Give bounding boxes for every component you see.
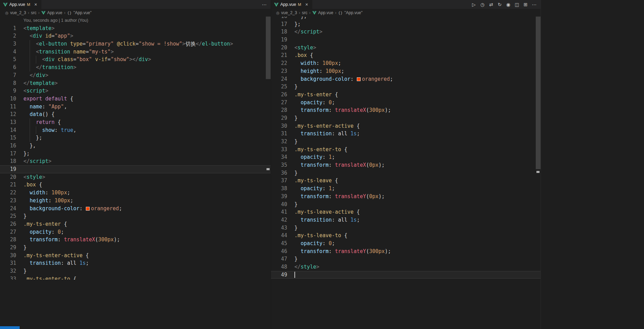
code-line[interactable]: 47} [271,255,541,263]
code-line[interactable]: 18</script> [271,28,541,36]
line-number[interactable]: 34 [271,153,287,161]
line-number[interactable]: 35 [271,161,287,169]
line-number[interactable]: 28 [271,106,287,114]
code-line[interactable]: 3 <el-button type="primary" @click="show… [0,40,271,48]
code-line[interactable]: 43} [271,224,541,232]
line-number[interactable]: 23 [271,67,287,75]
code-line[interactable]: 39 transform: translateY(0px); [271,193,541,201]
breadcrumb-symbol[interactable]: "App.vue" [344,10,363,15]
code-line[interactable]: 14 show: true, [0,126,271,134]
code-line[interactable]: 33.my-ts-enter-to { [271,146,541,154]
code-line[interactable]: 30.my-ts-enter-active { [271,122,541,130]
code-line[interactable]: 26.my-ts-enter { [271,91,541,99]
line-number[interactable]: 22 [271,59,287,67]
line-number[interactable]: 5 [0,56,16,64]
gitlens-annotations-icon[interactable]: ◉ [505,2,511,7]
breadcrumb-file[interactable]: App.vue [318,10,333,15]
code-line[interactable]: 1<template> [0,25,271,32]
close-tab-button[interactable]: × [304,2,309,7]
code-line[interactable]: 20<style> [0,173,271,181]
line-number[interactable]: 24 [0,205,16,213]
line-number[interactable]: 21 [0,181,16,189]
scrollbar-slider[interactable] [536,17,541,169]
code-line[interactable]: 15 }; [0,134,271,142]
code-line[interactable]: 26.my-ts-enter { [0,220,271,228]
line-number[interactable]: 29 [0,244,16,252]
line-number[interactable]: 32 [271,138,287,146]
line-number[interactable]: 20 [0,173,16,181]
code-line[interactable]: 2 <div id="app"> [0,32,271,40]
color-swatch[interactable] [86,207,90,211]
code-line[interactable]: 17}; [0,150,271,158]
run-file-button[interactable]: ▷ [471,2,477,7]
line-number[interactable]: 2 [0,32,16,40]
line-number[interactable]: 1 [0,25,16,32]
line-number[interactable]: 16 [271,17,287,20]
line-number[interactable]: 49 [271,271,287,279]
line-number[interactable]: 45 [271,240,287,248]
line-number[interactable]: 26 [0,220,16,228]
tab-app-vue[interactable]: App.vue M × [271,0,313,9]
breadcrumb-root[interactable]: vue_2_3 [281,10,297,15]
line-number[interactable]: 16 [0,142,16,150]
line-number[interactable]: 31 [271,130,287,138]
code-line[interactable]: 44.my-ts-leave-to { [271,232,541,240]
code-line[interactable]: 36} [271,169,541,177]
line-number[interactable]: 22 [0,189,16,197]
line-number[interactable]: 39 [271,193,287,201]
code-line[interactable]: 5 <div class="box" v-if="show"></div> [0,56,271,64]
code-line[interactable]: 45 opacity: 0; [271,240,541,248]
code-line[interactable]: 31 transition: all 1s; [0,259,271,267]
code-line[interactable]: 28 transform: translateX(300px); [271,106,541,114]
code-line[interactable]: 24 background-color: orangered; [0,205,271,213]
code-line[interactable]: 4 <transition name="my-ts"> [0,48,271,56]
line-number[interactable]: 27 [0,228,16,236]
code-line[interactable]: 23 height: 100px; [271,67,541,75]
line-number[interactable]: 19 [0,165,16,173]
code-editor[interactable]: 16 },17};18</script>1920<style>21.box {2… [271,17,541,329]
code-line[interactable]: 10export default { [0,95,271,103]
line-number[interactable]: 42 [271,216,287,224]
code-line[interactable]: 20<style> [271,44,541,52]
code-line[interactable]: 31 transition: all 1s; [271,130,541,138]
code-line[interactable]: 27 opacity: 0; [0,228,271,236]
code-line[interactable]: 41.my-ts-leave-active { [271,208,541,216]
line-number[interactable]: 48 [271,263,287,271]
code-line[interactable]: 6 </transition> [0,64,271,71]
line-number[interactable]: 33 [0,275,16,280]
color-swatch[interactable] [357,77,361,81]
code-line[interactable]: 46 transform: translateY(300px); [271,248,541,255]
line-number[interactable]: 36 [271,169,287,177]
line-number[interactable]: 8 [0,79,16,87]
code-line[interactable]: 21.box { [271,51,541,59]
breadcrumb-symbol[interactable]: "App.vue" [73,10,92,15]
line-number[interactable]: 14 [0,126,16,134]
line-number[interactable]: 24 [271,75,287,83]
code-line[interactable]: 13 return { [0,118,271,126]
code-line[interactable]: 16 }, [0,142,271,150]
code-line[interactable]: 40} [271,201,541,209]
code-line[interactable]: 17}; [271,20,541,28]
code-line[interactable]: 24 background-color: orangered; [271,75,541,83]
line-number[interactable]: 44 [271,232,287,240]
line-number[interactable]: 31 [0,259,16,267]
code-line[interactable]: 11 name: "App", [0,103,271,111]
more-actions-button[interactable]: ⋯ [531,2,537,7]
code-line[interactable]: 28 transform: translateX(300px); [0,236,271,244]
code-line[interactable]: 22 width: 100px; [271,59,541,67]
code-line[interactable]: 38 opacity: 1; [271,185,541,193]
code-line[interactable]: 32} [0,267,271,275]
code-line[interactable]: 18</script> [0,157,271,165]
code-line[interactable]: 22 width: 100px; [0,189,271,197]
code-line[interactable]: 19 [0,165,271,173]
close-tab-button[interactable]: × [33,2,38,7]
line-number[interactable]: 17 [0,150,16,158]
line-number[interactable]: 11 [0,103,16,111]
split-editor-button[interactable]: ⊞ [523,2,529,7]
line-number[interactable]: 10 [0,95,16,103]
code-line[interactable]: 30.my-ts-enter-active { [0,252,271,260]
line-number[interactable]: 29 [271,114,287,122]
line-number[interactable]: 41 [271,208,287,216]
code-line[interactable]: 34 opacity: 1; [271,153,541,161]
code-line[interactable]: 9<script> [0,87,271,95]
